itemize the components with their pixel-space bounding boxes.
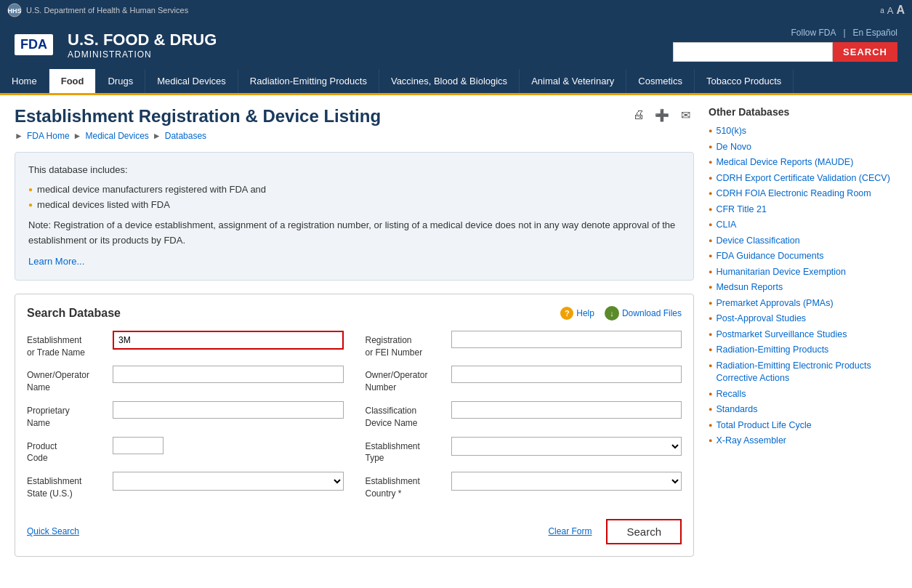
input-registration-fei bbox=[451, 331, 682, 348]
label-proprietary-name: ProprietaryName bbox=[27, 401, 107, 430]
nav-food[interactable]: Food bbox=[49, 69, 97, 93]
svg-text:HHS: HHS bbox=[7, 7, 21, 15]
download-icon: ↓ bbox=[605, 306, 619, 321]
header-search-area: Follow FDA | En Español SEARCH bbox=[673, 28, 897, 62]
registration-fei-input[interactable] bbox=[451, 331, 682, 348]
breadcrumb-arrow-1: ► bbox=[73, 131, 82, 141]
label-establishment-state: EstablishmentState (U.S.) bbox=[27, 472, 107, 500]
en-espanol-link[interactable]: En Español bbox=[853, 28, 897, 38]
site-title: U.S. FOOD & DRUG ADMINISTRATION bbox=[68, 31, 217, 60]
sidebar-link-510k[interactable]: 510(k)s bbox=[716, 125, 746, 138]
learn-more-link[interactable]: Learn More... bbox=[28, 256, 84, 267]
email-icon[interactable]: ✉ bbox=[677, 106, 694, 124]
download-link[interactable]: ↓ Download Files bbox=[605, 306, 682, 321]
establishment-state-select[interactable] bbox=[113, 472, 344, 491]
search-db-header: Search Database ? Help ↓ Download Files bbox=[27, 306, 682, 321]
sidebar-item-standards: Standards bbox=[709, 402, 897, 418]
field-proprietary-name: ProprietaryName bbox=[27, 401, 344, 430]
establishment-country-select[interactable] bbox=[451, 472, 682, 491]
follow-fda-link[interactable]: Follow FDA bbox=[791, 28, 836, 38]
hhs-seal-icon: HHS bbox=[7, 3, 22, 17]
sidebar-link-radiation-corrective[interactable]: Radiation-Emitting Electronic Products C… bbox=[716, 360, 897, 385]
font-size-medium[interactable]: A bbox=[887, 5, 894, 16]
header-search-input[interactable] bbox=[673, 42, 833, 62]
sidebar-link-recalls[interactable]: Recalls bbox=[716, 388, 746, 401]
sidebar-link-post-approval[interactable]: Post-Approval Studies bbox=[716, 313, 806, 326]
nav-medical-devices[interactable]: Medical Devices bbox=[145, 69, 238, 93]
sidebar-link-device-classification[interactable]: Device Classification bbox=[716, 235, 799, 248]
sidebar-item-radiation: Radiation-Emitting Products bbox=[709, 342, 897, 358]
sidebar-link-medsun[interactable]: Medsun Reports bbox=[716, 281, 783, 294]
establishment-trade-input[interactable] bbox=[113, 331, 344, 350]
sidebar-item-pma: Premarket Approvals (PMAs) bbox=[709, 296, 897, 312]
nav-animal[interactable]: Animal & Veterinary bbox=[520, 69, 626, 93]
sidebar-link-postmarket[interactable]: Postmarket Surveillance Studies bbox=[716, 329, 847, 342]
input-classification-device-name bbox=[451, 401, 682, 419]
sidebar-link-de-novo[interactable]: De Novo bbox=[716, 141, 751, 154]
sidebar-link-foia[interactable]: CDRH FOIA Electronic Reading Room bbox=[716, 188, 871, 201]
sidebar-item-maude: Medical Device Reports (MAUDE) bbox=[709, 155, 897, 171]
search-db-title: Search Database bbox=[27, 307, 121, 320]
sidebar-item-postmarket: Postmarket Surveillance Studies bbox=[709, 327, 897, 343]
sidebar-link-radiation[interactable]: Radiation-Emitting Products bbox=[716, 344, 828, 357]
sidebar-item-cfr: CFR Title 21 bbox=[709, 202, 897, 218]
print-icon[interactable]: 🖨 bbox=[630, 106, 647, 124]
sidebar-item-post-approval: Post-Approval Studies bbox=[709, 311, 897, 327]
help-icon: ? bbox=[560, 307, 573, 320]
sidebar-link-hde[interactable]: Humanitarian Device Exemption bbox=[716, 266, 846, 279]
help-link[interactable]: ? Help bbox=[560, 307, 594, 320]
establishment-type-select[interactable] bbox=[451, 437, 682, 456]
input-owner-operator-name bbox=[113, 366, 344, 383]
field-owner-operator-name: Owner/OperatorName bbox=[27, 366, 344, 394]
sidebar-item-recalls: Recalls bbox=[709, 387, 897, 403]
breadcrumb-medical-devices[interactable]: Medical Devices bbox=[85, 131, 148, 141]
sidebar-link-pma[interactable]: Premarket Approvals (PMAs) bbox=[716, 297, 833, 310]
input-establishment-trade bbox=[113, 331, 344, 350]
header-search-button[interactable]: SEARCH bbox=[833, 42, 897, 62]
sidebar-link-fda-guidance[interactable]: FDA Guidance Documents bbox=[716, 250, 823, 263]
info-item-1: medical device manufacturers registered … bbox=[28, 182, 680, 198]
top-right-icons: 🖨 ➕ ✉ bbox=[630, 106, 694, 124]
sidebar-link-xray[interactable]: X-Ray Assembler bbox=[716, 435, 786, 448]
info-note: Note: Registration of a device establish… bbox=[28, 218, 680, 249]
nav-vaccines[interactable]: Vaccines, Blood & Biologics bbox=[379, 69, 520, 93]
nav-radiation[interactable]: Radiation-Emitting Products bbox=[238, 69, 379, 93]
info-item-2: medical devices listed with FDA bbox=[28, 198, 680, 213]
sidebar-link-clia[interactable]: CLIA bbox=[716, 219, 736, 232]
add-icon[interactable]: ➕ bbox=[653, 106, 671, 124]
breadcrumb-databases[interactable]: Databases bbox=[165, 131, 206, 141]
nav-home[interactable]: Home bbox=[0, 69, 49, 93]
nav-drugs[interactable]: Drugs bbox=[96, 69, 145, 93]
font-size-large[interactable]: A bbox=[896, 4, 905, 17]
sidebar-item-device-classification: Device Classification bbox=[709, 233, 897, 249]
nav-cosmetics[interactable]: Cosmetics bbox=[626, 69, 695, 93]
proprietary-name-input[interactable] bbox=[113, 401, 344, 419]
classification-device-name-input[interactable] bbox=[451, 401, 682, 419]
quick-search-link[interactable]: Quick Search bbox=[27, 526, 79, 536]
owner-operator-number-input[interactable] bbox=[451, 366, 682, 383]
owner-operator-name-input[interactable] bbox=[113, 366, 344, 383]
product-code-input[interactable] bbox=[113, 437, 164, 454]
sidebar-list: 510(k)s De Novo Medical Device Reports (… bbox=[709, 124, 897, 449]
breadcrumb-arrow-0: ► bbox=[15, 131, 23, 141]
sidebar-item-clia: CLIA bbox=[709, 217, 897, 233]
font-size-small[interactable]: a bbox=[880, 7, 884, 15]
search-button[interactable]: Search bbox=[606, 519, 682, 544]
sidebar-item-medsun: Medsun Reports bbox=[709, 280, 897, 296]
site-header: FDA U.S. FOOD & DRUG ADMINISTRATION Foll… bbox=[0, 20, 912, 69]
sidebar-link-total-product[interactable]: Total Product Life Cycle bbox=[716, 419, 811, 432]
sidebar-link-cecv[interactable]: CDRH Export Certificate Validation (CECV… bbox=[716, 172, 889, 185]
sidebar-link-cfr[interactable]: CFR Title 21 bbox=[716, 204, 766, 217]
field-establishment-type: EstablishmentType bbox=[366, 437, 682, 465]
sidebar-item-510k: 510(k)s bbox=[709, 124, 897, 140]
nav-tobacco[interactable]: Tobacco Products bbox=[695, 69, 794, 93]
sidebar-link-maude[interactable]: Medical Device Reports (MAUDE) bbox=[716, 156, 853, 169]
label-establishment-type: EstablishmentType bbox=[366, 437, 445, 465]
sidebar-link-standards[interactable]: Standards bbox=[716, 403, 757, 416]
breadcrumb-fda-home[interactable]: FDA Home bbox=[27, 131, 70, 141]
clear-form-link[interactable]: Clear Form bbox=[548, 526, 592, 536]
label-registration-fei: Registrationor FEI Number bbox=[366, 331, 445, 359]
label-classification-device-name: ClassificationDevice Name bbox=[366, 401, 445, 430]
fda-logo: FDA bbox=[15, 34, 53, 55]
site-title-sub: ADMINISTRATION bbox=[68, 49, 217, 60]
